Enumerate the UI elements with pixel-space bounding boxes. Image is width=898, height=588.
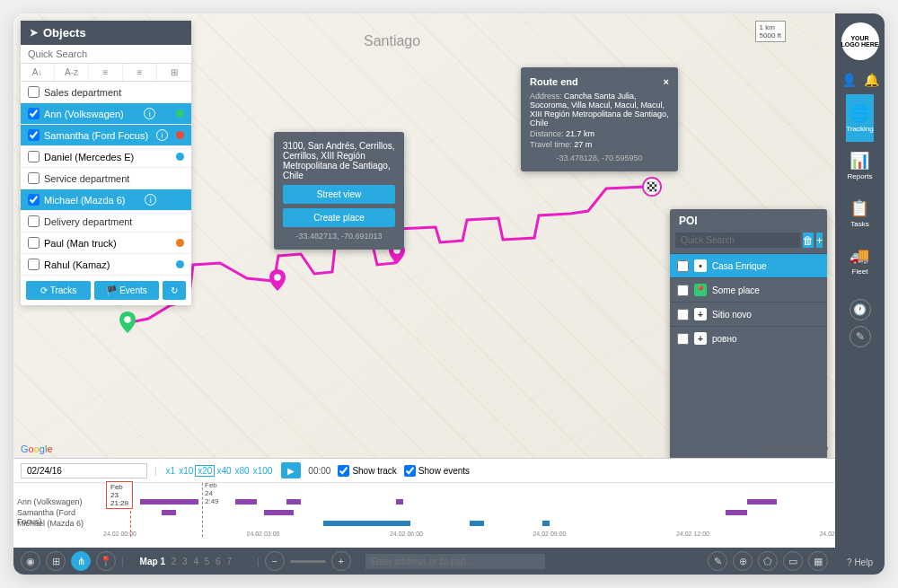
play-button[interactable]: ▶ bbox=[281, 462, 301, 478]
tracks-icon: ⟳ bbox=[40, 285, 48, 295]
google-logo: Google bbox=[21, 443, 53, 454]
nav-fleet[interactable]: 🚚Fleet bbox=[846, 237, 873, 285]
poi-delete-button[interactable]: 🗑 bbox=[803, 233, 814, 248]
route-marker-1[interactable] bbox=[269, 269, 286, 291]
poi-item[interactable]: + Sitio novo bbox=[670, 302, 827, 326]
map-tab-1[interactable]: Map 1 bbox=[138, 557, 167, 566]
address-search-input[interactable] bbox=[365, 554, 545, 569]
help-link[interactable]: ? Help bbox=[847, 550, 873, 575]
list-button[interactable]: ≡ bbox=[89, 64, 123, 81]
timeline-panel: | x1x10x20x40x80x100 ▶ 00:00 Show track … bbox=[13, 458, 835, 548]
map-tab-5[interactable]: 5 bbox=[203, 557, 212, 566]
timeline-track-label: Michael (Mazda 6) bbox=[17, 519, 98, 530]
route-end-title: Route end bbox=[530, 76, 578, 87]
map-tab-2[interactable]: 2 bbox=[170, 557, 179, 566]
object-item[interactable]: Paul (Man truck) bbox=[21, 233, 191, 254]
timeline-track-label: Ann (Volkswagen) bbox=[17, 497, 98, 508]
speed-x40[interactable]: x40 bbox=[215, 466, 233, 476]
poi-item[interactable]: + ровно bbox=[670, 326, 827, 350]
poi-item[interactable]: • Casa Enrique bbox=[670, 253, 827, 277]
edit-icon[interactable]: ✎ bbox=[850, 326, 871, 347]
clock-icon[interactable]: 🕐 bbox=[850, 299, 871, 320]
poi-title: POI bbox=[670, 209, 827, 233]
create-place-button[interactable]: Create place bbox=[283, 208, 395, 227]
route-end-tooltip: Route end× Address: Cancha Santa Julia, … bbox=[521, 67, 678, 171]
speed-x10[interactable]: x10 bbox=[177, 466, 195, 476]
bb-icon-1[interactable]: ◉ bbox=[21, 551, 40, 571]
bb-tool-2[interactable]: ⊕ bbox=[733, 551, 753, 571]
object-group[interactable]: Delivery department bbox=[21, 211, 191, 233]
close-icon[interactable]: × bbox=[664, 76, 669, 87]
alpha-button[interactable]: A-z bbox=[55, 64, 89, 81]
map-scale: 1 km 5000 ft bbox=[755, 21, 786, 42]
speed-x1[interactable]: x1 bbox=[164, 466, 178, 476]
user-icon[interactable]: 👤 bbox=[841, 73, 857, 87]
timeline-track-label: Samantha (Ford Focus) bbox=[17, 508, 98, 519]
events-button[interactable]: 🏴Events bbox=[94, 281, 159, 300]
svg-point-0 bbox=[124, 316, 131, 323]
objects-header: ➤ Objects bbox=[21, 21, 191, 45]
poi-item[interactable]: 📍 Some place bbox=[670, 277, 827, 302]
timeline-clock: 00:00 bbox=[308, 466, 330, 476]
objects-title: Objects bbox=[43, 26, 86, 39]
object-item[interactable]: Rahul (Kamaz) bbox=[21, 254, 191, 276]
speed-x20[interactable]: x20 bbox=[195, 465, 215, 477]
list2-button[interactable]: ≡ bbox=[123, 64, 157, 81]
zoom-in-button[interactable]: + bbox=[331, 551, 351, 571]
timeline-tracks[interactable]: Ann (Volkswagen)Samantha (Ford Focus)Mic… bbox=[13, 483, 835, 537]
object-item[interactable]: Daniel (Mercedes E) bbox=[21, 146, 191, 168]
zoom-out-button[interactable]: − bbox=[265, 551, 285, 571]
arrow-icon: ➤ bbox=[30, 27, 38, 39]
object-item[interactable]: Michael (Mazda 6)i bbox=[21, 189, 191, 211]
show-track-checkbox[interactable]: Show track bbox=[338, 465, 396, 477]
object-item[interactable]: Samantha (Ford Focus)i bbox=[21, 125, 191, 146]
object-item[interactable]: Ann (Volkswagen)i bbox=[21, 103, 191, 125]
address-tooltip: 3100, San Andrés, Cerrillos, Cerrillos, … bbox=[274, 132, 404, 250]
objects-search-input[interactable] bbox=[21, 45, 191, 64]
map-tab-4[interactable]: 4 bbox=[191, 557, 200, 566]
show-events-checkbox[interactable]: Show events bbox=[404, 465, 470, 477]
right-sidebar: YOUR LOGO HERE 👤 🔔 🌐Tracking📊Reports📋Tas… bbox=[835, 13, 885, 575]
sort-button[interactable]: A↓ bbox=[21, 64, 55, 81]
map-tab-6[interactable]: 6 bbox=[214, 557, 223, 566]
bb-tool-5[interactable]: ▦ bbox=[808, 551, 828, 571]
objects-toolbar: A↓ A-z ≡ ≡ ⊞ bbox=[21, 64, 191, 82]
bell-icon[interactable]: 🔔 bbox=[864, 73, 879, 87]
bb-tool-4[interactable]: ▭ bbox=[783, 551, 803, 571]
nav-reports[interactable]: 📊Reports bbox=[846, 142, 873, 189]
poi-add-button[interactable]: + bbox=[816, 233, 823, 248]
bb-tool-1[interactable]: ✎ bbox=[708, 551, 727, 571]
object-group[interactable]: Service department bbox=[21, 168, 191, 189]
route-end-marker[interactable] bbox=[642, 177, 662, 197]
bb-icon-2[interactable]: ⊞ bbox=[46, 551, 66, 571]
tracks-button[interactable]: ⟳Tracks bbox=[26, 281, 91, 300]
city-label: Santiago bbox=[364, 33, 420, 49]
bb-icon-share[interactable]: ⋔ bbox=[71, 551, 91, 571]
tooltip-coords: -33.482713, -70.691013 bbox=[283, 232, 395, 241]
refresh-button[interactable]: ↻ bbox=[163, 281, 186, 300]
bb-tool-3[interactable]: ⬠ bbox=[758, 551, 778, 571]
speed-x80[interactable]: x80 bbox=[233, 466, 251, 476]
logo[interactable]: YOUR LOGO HERE bbox=[841, 22, 879, 60]
street-view-button[interactable]: Street view bbox=[283, 185, 395, 204]
tooltip-address: 3100, San Andrés, Cerrillos, Cerrillos, … bbox=[283, 141, 395, 180]
help-icon: ? bbox=[847, 557, 852, 567]
svg-rect-4 bbox=[647, 182, 657, 192]
objects-panel: ➤ Objects A↓ A-z ≡ ≡ ⊞ Sales department … bbox=[21, 21, 191, 305]
map-tab-7[interactable]: 7 bbox=[224, 557, 233, 566]
map-tab-3[interactable]: 3 bbox=[180, 557, 189, 566]
flag-icon: 🏴 bbox=[106, 285, 117, 295]
nav-tasks[interactable]: 📋Tasks bbox=[846, 189, 873, 237]
route-start-marker[interactable] bbox=[119, 312, 136, 333]
bottom-bar: ◉ ⊞ ⋔ 📍 | Map 1 2 3 4 5 6 7 | − + ✎ ⊕ ⬠ … bbox=[13, 548, 835, 575]
grid-button[interactable]: ⊞ bbox=[157, 64, 191, 81]
svg-point-1 bbox=[274, 274, 281, 281]
bb-icon-pin[interactable]: 📍 bbox=[96, 551, 116, 571]
poi-search-input[interactable] bbox=[675, 233, 800, 248]
object-group[interactable]: Sales department bbox=[21, 82, 191, 103]
timeline-date-input[interactable] bbox=[21, 463, 147, 478]
speed-x100[interactable]: x100 bbox=[251, 466, 275, 476]
nav-tracking[interactable]: 🌐Tracking bbox=[846, 94, 873, 142]
map-report-link[interactable]: Report a map error bbox=[768, 444, 829, 452]
zoom-slider[interactable] bbox=[290, 560, 326, 563]
